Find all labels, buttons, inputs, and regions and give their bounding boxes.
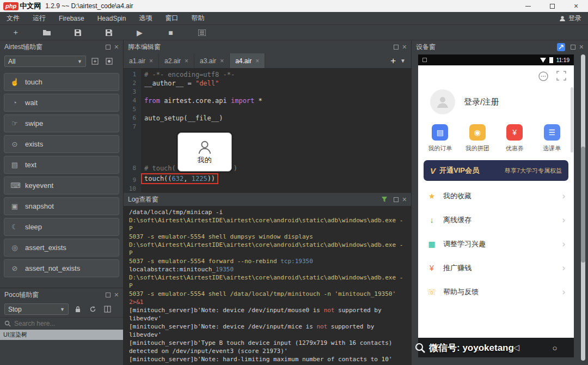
menu-icon[interactable]: ☰	[434, 343, 442, 352]
airtest-item-keyevent[interactable]: ⌨keyevent	[4, 177, 119, 194]
tab-close-icon[interactable]: ×	[255, 57, 259, 65]
code-line-text: __author__ = "dell"	[141, 79, 219, 88]
person-icon	[197, 139, 212, 155]
airtest-item-assert_exists[interactable]: ◎assert_exists	[4, 239, 119, 257]
menu-item-文件[interactable]: 文件	[0, 12, 26, 25]
airtest-item-wait[interactable]: ◔wait	[4, 94, 119, 112]
record-icon[interactable]	[103, 56, 114, 67]
code-image-thumbnail[interactable]: 我的	[177, 132, 232, 172]
refresh-icon[interactable]	[87, 304, 98, 315]
code-line[interactable]: 5	[124, 105, 411, 114]
save-button[interactable]	[62, 25, 93, 40]
code-line[interactable]: 8# touch(我的)	[124, 131, 411, 173]
code-line[interactable]: 9touch((632, 1225))	[124, 173, 411, 185]
device-menu-离线缓存[interactable]: ↓离线缓存›	[418, 208, 574, 232]
close-panel-icon[interactable]: ×	[579, 43, 584, 51]
airtest-item-label: assert_exists	[25, 244, 66, 252]
close-panel-icon[interactable]: ×	[402, 43, 407, 51]
power-icon[interactable]: ○	[553, 343, 558, 352]
tab-a4.air[interactable]: a4.air×	[230, 53, 265, 68]
float-panel-icon[interactable]	[106, 45, 111, 50]
run-script-button[interactable]: ▶	[124, 25, 155, 40]
airtest-item-exists[interactable]: ⊙exists	[4, 135, 119, 153]
quick-action-我的订单[interactable]: ▤我的订单	[421, 124, 459, 153]
new-script-button[interactable]: ＋	[0, 25, 31, 40]
log-output: /data/local/tmp/minicap -iD:\soft\Airtes…	[124, 206, 411, 365]
tab-list-dropdown-icon[interactable]: ▼	[400, 53, 411, 68]
airtest-filter-dropdown[interactable]: All ▼	[4, 56, 86, 67]
code-line[interactable]: 3	[124, 88, 411, 96]
search-input[interactable]	[14, 320, 119, 327]
tab-close-icon[interactable]: ×	[149, 57, 153, 65]
code-line[interactable]: 2__author__ = "dell"	[124, 79, 411, 88]
menu-item-帮助[interactable]: 帮助	[185, 12, 211, 25]
airtest-item-snapshot[interactable]: ▣snapshot	[4, 197, 119, 215]
float-panel-icon[interactable]	[394, 197, 399, 202]
airtest-item-swipe[interactable]: ☞swipe	[4, 114, 119, 132]
device-menu-调整学习兴趣[interactable]: ▦调整学习兴趣›	[418, 232, 574, 256]
customer-service-icon[interactable]	[538, 71, 549, 82]
tab-a2.air[interactable]: a2.air×	[159, 53, 194, 68]
line-number: 8	[124, 164, 141, 173]
airtest-item-touch[interactable]: ☝touch	[4, 73, 119, 91]
float-panel-icon[interactable]	[571, 45, 575, 50]
maximize-button[interactable]	[540, 0, 564, 12]
add-tab-button[interactable]: +	[386, 53, 400, 68]
float-panel-icon[interactable]	[394, 45, 399, 50]
airtest-item-text[interactable]: ▤text	[4, 156, 119, 174]
quick-action-我的拼团[interactable]: ◉我的拼团	[459, 124, 497, 153]
device-screen[interactable]: 11:19 登录/注册 ▤我的订单◉我的拼团¥优惠券☰选课单	[418, 54, 574, 357]
open-script-button[interactable]	[31, 25, 62, 40]
quick-action-优惠券[interactable]: ¥优惠券	[496, 124, 534, 153]
menu-item-Firebase[interactable]: Firebase	[52, 12, 91, 25]
home-icon[interactable]: ⌂	[475, 343, 480, 352]
close-button[interactable]: ×	[564, 0, 588, 12]
login-button[interactable]: 登录	[553, 14, 588, 23]
app-scrollbar[interactable]	[571, 87, 573, 153]
tab-a1.air[interactable]: a1.air×	[124, 53, 159, 68]
log-filter-icon[interactable]	[379, 194, 390, 205]
airtest-item-sleep[interactable]: ☾sleep	[4, 218, 119, 236]
code-editor[interactable]: 1# -*- encoding=utf8 -*-2__author__ = "d…	[124, 69, 411, 193]
code-line[interactable]: 6auto_setup(__file__)	[124, 114, 411, 123]
device-menu-推广赚钱[interactable]: ¥推广赚钱›	[418, 256, 574, 280]
close-panel-icon[interactable]: ×	[114, 43, 119, 51]
quick-action-选课单[interactable]: ☰选课单	[534, 124, 571, 153]
vip-banner[interactable]: V 开通VIP会员 尊享7大学习专属权益	[424, 160, 568, 181]
log-view-button[interactable]	[186, 25, 217, 40]
code-line[interactable]: 1# -*- encoding=utf8 -*-	[124, 70, 411, 79]
device-panel-scrollbar[interactable]	[581, 54, 585, 361]
stop-script-button[interactable]: ■	[155, 25, 186, 40]
code-line[interactable]: 4from airtest.core.api import *	[124, 96, 411, 105]
code-line[interactable]: 10	[124, 185, 411, 193]
ui-tree-header[interactable]: UI渲染树	[0, 330, 123, 340]
menu-item-窗口[interactable]: 窗口	[158, 12, 185, 25]
device-panel-title: 设备窗	[416, 42, 436, 52]
code-line[interactable]: 7	[124, 123, 411, 131]
minimize-button[interactable]	[516, 0, 540, 12]
layout-panels-icon[interactable]	[102, 304, 113, 315]
lock-icon[interactable]	[72, 304, 83, 315]
log-line: libevdev'	[129, 314, 406, 323]
profile-row[interactable]: 登录/注册	[418, 83, 574, 119]
scrollbar-thumb[interactable]	[581, 147, 585, 263]
menu-item-运行[interactable]: 运行	[26, 12, 52, 25]
menu-item-选项[interactable]: 选项	[132, 12, 158, 25]
tab-close-icon[interactable]: ×	[185, 57, 188, 65]
insert-node-icon[interactable]	[89, 56, 100, 67]
close-panel-icon[interactable]: ×	[114, 291, 119, 299]
fullscreen-icon[interactable]	[556, 71, 566, 81]
login-register-label[interactable]: 登录/注册	[464, 97, 499, 107]
airtest-item-assert_not_exists[interactable]: ⊘assert_not_exists	[4, 259, 119, 277]
tab-a3.air[interactable]: a3.air×	[194, 53, 230, 68]
save-as-button[interactable]	[93, 25, 124, 40]
poco-mode-dropdown[interactable]: Stop ▼	[4, 303, 69, 315]
back-icon[interactable]: ◁	[513, 343, 519, 352]
device-menu-我的收藏[interactable]: ★我的收藏›	[418, 184, 574, 208]
device-cast-icon[interactable]	[556, 41, 567, 52]
device-menu-帮助与反馈[interactable]: ☏帮助与反馈›	[418, 280, 574, 304]
tab-close-icon[interactable]: ×	[220, 57, 224, 65]
float-panel-icon[interactable]	[106, 293, 111, 297]
menu-item-HeadSpin[interactable]: HeadSpin	[91, 12, 133, 25]
close-panel-icon[interactable]: ×	[402, 196, 407, 203]
